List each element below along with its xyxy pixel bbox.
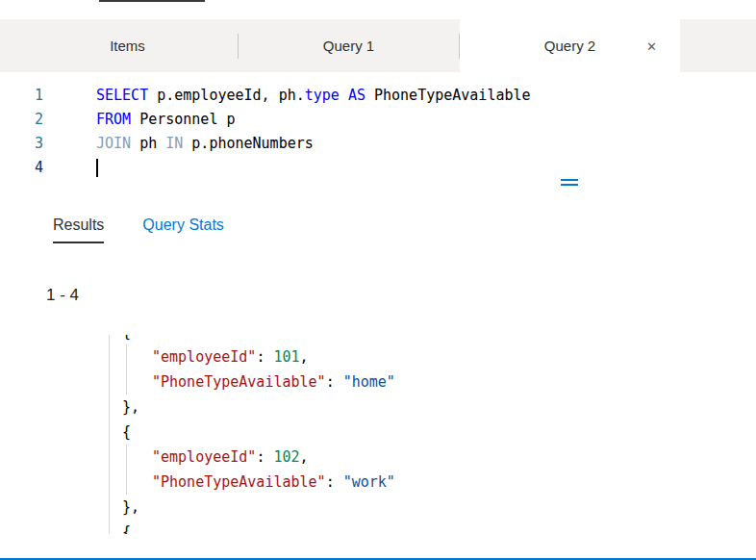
code-text: FROM Personnel p: [43, 108, 236, 132]
json-result-line: "employeeId": 102,: [45, 445, 756, 470]
editor-line[interactable]: 2FROM Personnel p: [0, 108, 756, 132]
json-result-line: "employeeId": 101,: [45, 344, 756, 369]
toolbar-divider-artifact: [99, 0, 205, 2]
results-range-label: 1 - 4: [46, 286, 79, 305]
json-result-line: {: [45, 520, 756, 534]
results-tab-results[interactable]: Results: [53, 216, 104, 243]
indent-guide: [109, 335, 110, 534]
json-result-line: "PhoneTypeAvailable": "home": [45, 369, 756, 395]
code-text: JOIN ph IN p.phoneNumbers: [43, 132, 314, 156]
indent-guide: [126, 445, 127, 495]
tab-label: Query 2: [544, 38, 595, 54]
indent-guide: [126, 344, 127, 395]
tab-items[interactable]: Items: [17, 19, 238, 72]
document-tabbar: ItemsQuery 1Query 2✕: [0, 19, 756, 72]
line-number: 1: [0, 84, 43, 108]
json-result-line: "PhoneTypeAvailable": "work": [45, 470, 756, 495]
editor-line[interactable]: 1SELECT p.employeeId, ph.type AS PhoneTy…: [0, 84, 756, 108]
json-result-line: {: [45, 335, 756, 344]
tab-query-1[interactable]: Query 1: [239, 19, 459, 72]
splitter-grip-icon: [561, 176, 578, 189]
editor-line[interactable]: 3JOIN ph IN p.phoneNumbers: [0, 132, 756, 156]
json-results-rows: {"employeeId": 101,"PhoneTypeAvailable":…: [45, 335, 756, 534]
pane-splitter[interactable]: [0, 172, 756, 190]
json-result-line: },: [45, 395, 756, 420]
tab-query-2[interactable]: Query 2✕: [460, 19, 680, 72]
tab-label: Query 1: [323, 38, 374, 54]
json-results-panel[interactable]: {"employeeId": 101,"PhoneTypeAvailable":…: [45, 335, 756, 534]
json-result-line: {: [45, 420, 756, 445]
line-number: 2: [0, 108, 43, 132]
results-tab-query-stats[interactable]: Query Stats: [142, 216, 223, 243]
results-tabbar: ResultsQuery Stats: [53, 216, 224, 243]
json-result-line: },: [45, 495, 756, 520]
close-tab-icon[interactable]: ✕: [646, 38, 657, 53]
code-text: SELECT p.employeeId, ph.type AS PhoneTyp…: [43, 84, 531, 108]
query-workspace: ItemsQuery 1Query 2✕ 1SELECT p.employeeI…: [0, 0, 756, 560]
tab-label: Items: [110, 38, 145, 54]
line-number: 3: [0, 132, 43, 156]
